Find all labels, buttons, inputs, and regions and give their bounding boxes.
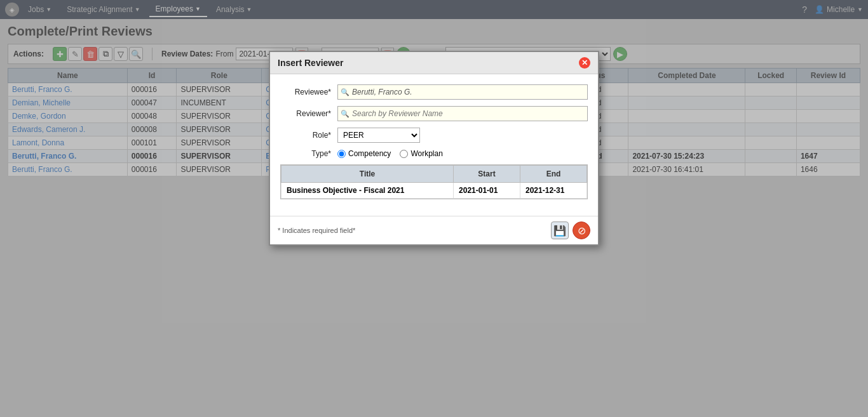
save-button[interactable]: 💾	[551, 222, 569, 239]
reviewee-label: Reviewee*	[280, 88, 337, 96]
workplan-radio[interactable]	[400, 150, 408, 158]
reviewer-search-icon: 🔍	[341, 110, 349, 118]
type-workplan[interactable]: Workplan	[400, 149, 442, 158]
reviewer-input-wrap: 🔍	[337, 106, 588, 121]
inner-col-start: Start	[454, 166, 520, 183]
modal-body: Reviewee* 🔍 Reviewer* 🔍 Role*	[270, 74, 598, 216]
table-row[interactable]: Business Objective - Fiscal 2021 2021-01…	[281, 183, 587, 199]
reviewer-label: Reviewer*	[280, 109, 337, 118]
inner-table-header: Title Start End	[281, 166, 587, 183]
role-select[interactable]: PEER SUPERVISOR INCUMBENT MANAGER	[337, 128, 420, 143]
reviewer-row: Reviewer* 🔍	[280, 106, 588, 121]
modal-header: Insert Reviewer ✕	[270, 52, 598, 74]
modal-close-button[interactable]: ✕	[579, 57, 590, 69]
role-row: Role* PEER SUPERVISOR INCUMBENT MANAGER	[280, 128, 588, 143]
type-competency[interactable]: Competency	[337, 149, 391, 158]
insert-reviewer-modal: Insert Reviewer ✕ Reviewee* 🔍 Reviewer* …	[269, 51, 599, 246]
reviews-inner-table-wrap: Title Start End Business Objective - Fis…	[280, 164, 588, 199]
competency-radio[interactable]	[337, 150, 346, 158]
reviews-inner-table: Title Start End Business Objective - Fis…	[281, 165, 587, 199]
cancel-button[interactable]: ⊘	[573, 222, 590, 239]
footer-buttons: 💾 ⊘	[551, 222, 590, 239]
reviewer-input[interactable]	[337, 106, 588, 121]
inner-col-end: End	[520, 166, 587, 183]
workplan-label: Workplan	[410, 149, 442, 158]
inner-title-cell: Business Objective - Fiscal 2021	[281, 183, 454, 199]
type-row: Type* Competency Workplan	[280, 149, 588, 158]
inner-col-title: Title	[281, 166, 454, 183]
type-radio-group: Competency Workplan	[337, 149, 588, 158]
role-select-wrap: PEER SUPERVISOR INCUMBENT MANAGER	[337, 128, 588, 143]
role-label: Role*	[280, 131, 337, 140]
type-label: Type*	[280, 149, 337, 158]
inner-start-cell: 2021-01-01	[454, 183, 520, 199]
competency-label: Competency	[348, 149, 391, 158]
reviewee-row: Reviewee* 🔍	[280, 84, 588, 100]
modal-title: Insert Reviewer	[278, 58, 344, 68]
type-options-wrap: Competency Workplan	[337, 149, 588, 158]
inner-end-cell: 2021-12-31	[520, 183, 587, 199]
required-note: * Indicates required field*	[278, 227, 355, 234]
reviewee-input[interactable]	[337, 84, 588, 100]
reviewee-search-icon: 🔍	[341, 88, 349, 96]
modal-footer: * Indicates required field* 💾 ⊘	[270, 216, 598, 244]
modal-overlay: Insert Reviewer ✕ Reviewee* 🔍 Reviewer* …	[0, 0, 868, 417]
reviewee-input-wrap: 🔍	[337, 84, 588, 100]
